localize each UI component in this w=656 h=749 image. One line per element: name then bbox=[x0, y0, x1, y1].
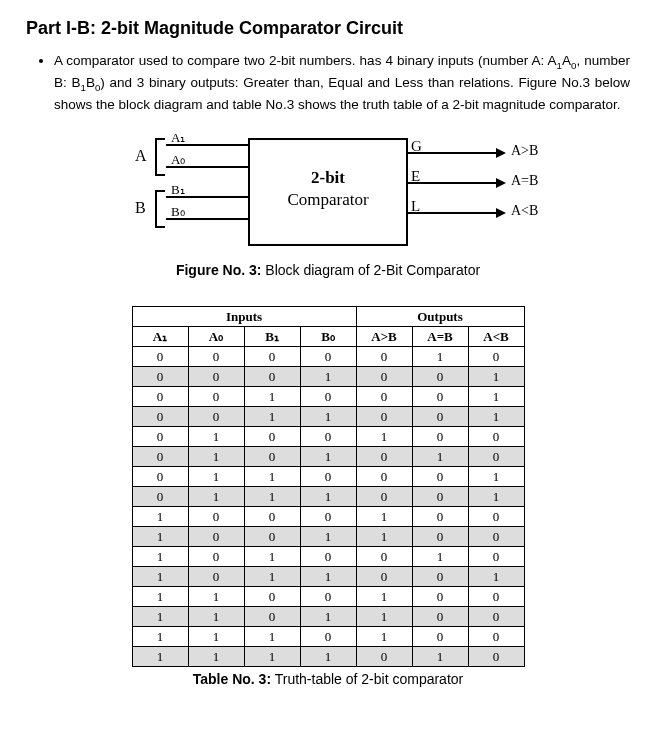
comparator-box: 2-bit Comparator bbox=[248, 138, 408, 246]
wire-a0 bbox=[166, 166, 248, 168]
table-cell: 0 bbox=[412, 507, 468, 527]
table-cell: 1 bbox=[300, 647, 356, 667]
table-cell: 0 bbox=[188, 527, 244, 547]
table-cell: 0 bbox=[132, 387, 188, 407]
table-cell: 0 bbox=[132, 407, 188, 427]
column-header: A=B bbox=[412, 327, 468, 347]
table-cell: 0 bbox=[132, 367, 188, 387]
table-cell: 1 bbox=[132, 627, 188, 647]
table-cell: 0 bbox=[468, 547, 524, 567]
table-cell: 1 bbox=[300, 407, 356, 427]
table-cell: 1 bbox=[244, 627, 300, 647]
table-cell: 0 bbox=[412, 407, 468, 427]
table-cell: 1 bbox=[188, 487, 244, 507]
table-cell: 1 bbox=[132, 507, 188, 527]
table-cell: 0 bbox=[356, 347, 412, 367]
table-cell: 1 bbox=[244, 467, 300, 487]
table-cell: 0 bbox=[300, 627, 356, 647]
table-cell: 0 bbox=[412, 367, 468, 387]
table-cell: 0 bbox=[244, 367, 300, 387]
table-cell: 0 bbox=[300, 427, 356, 447]
table-cell: 1 bbox=[300, 607, 356, 627]
table-cell: 0 bbox=[468, 647, 524, 667]
wire-a1 bbox=[166, 144, 248, 146]
table-cell: 0 bbox=[132, 427, 188, 447]
table-cell: 0 bbox=[356, 567, 412, 587]
table-cell: 0 bbox=[300, 467, 356, 487]
arrow-g-icon bbox=[496, 148, 506, 158]
block-diagram: A B A₁ A₀ B₁ B₀ 2-bit Comparator G E L A… bbox=[26, 132, 630, 296]
table-cell: 0 bbox=[356, 407, 412, 427]
table-cell: 1 bbox=[188, 627, 244, 647]
table-cell: 1 bbox=[132, 567, 188, 587]
table-cell: 0 bbox=[468, 427, 524, 447]
column-header: B₁ bbox=[244, 327, 300, 347]
table-cell: 1 bbox=[468, 387, 524, 407]
table-cell: 0 bbox=[244, 607, 300, 627]
table-cell: 1 bbox=[412, 347, 468, 367]
table-cell: 1 bbox=[188, 607, 244, 627]
table-cell: 1 bbox=[244, 487, 300, 507]
table-cell: 0 bbox=[132, 447, 188, 467]
description-text: A comparator used to compare two 2-bit n… bbox=[54, 51, 630, 114]
table-cell: 0 bbox=[468, 347, 524, 367]
bracket-b bbox=[155, 190, 165, 228]
column-header: A₁ bbox=[132, 327, 188, 347]
table-cell: 0 bbox=[244, 347, 300, 367]
table-cell: 1 bbox=[356, 527, 412, 547]
table-cell: 0 bbox=[300, 507, 356, 527]
table-cell: 0 bbox=[356, 467, 412, 487]
table-cell: 1 bbox=[468, 367, 524, 387]
wire-b1 bbox=[166, 196, 248, 198]
truth-table: Inputs Outputs A₁A₀B₁B₀A>BA=BA<B 0000010… bbox=[132, 306, 525, 667]
table-row: 1001100 bbox=[132, 527, 524, 547]
table-cell: 0 bbox=[244, 507, 300, 527]
arrow-e-icon bbox=[496, 178, 506, 188]
column-header: B₀ bbox=[300, 327, 356, 347]
table-cell: 0 bbox=[356, 487, 412, 507]
column-header: A<B bbox=[468, 327, 524, 347]
table-cell: 0 bbox=[412, 387, 468, 407]
table-cell: 0 bbox=[132, 467, 188, 487]
table-cell: 1 bbox=[132, 527, 188, 547]
table-cell: 0 bbox=[300, 587, 356, 607]
table-cell: 1 bbox=[132, 647, 188, 667]
table-cell: 1 bbox=[356, 507, 412, 527]
table-cell: 0 bbox=[300, 547, 356, 567]
table-row: 0010001 bbox=[132, 387, 524, 407]
table-cell: 1 bbox=[188, 647, 244, 667]
table-cell: 0 bbox=[356, 547, 412, 567]
table-caption-text: Truth-table of 2-bit comparator bbox=[271, 671, 463, 687]
table-cell: 1 bbox=[244, 407, 300, 427]
table-cell: 1 bbox=[300, 567, 356, 587]
column-header: A>B bbox=[356, 327, 412, 347]
table-cell: 1 bbox=[412, 447, 468, 467]
table-cell: 0 bbox=[244, 527, 300, 547]
table-row: 1101100 bbox=[132, 607, 524, 627]
table-cell: 0 bbox=[188, 567, 244, 587]
table-cell: 1 bbox=[132, 547, 188, 567]
table-cell: 0 bbox=[412, 567, 468, 587]
table-cell: 0 bbox=[468, 587, 524, 607]
table-row: 1010010 bbox=[132, 547, 524, 567]
table-cell: 1 bbox=[244, 387, 300, 407]
inputs-header: Inputs bbox=[132, 307, 356, 327]
table-row: 0011001 bbox=[132, 407, 524, 427]
table-cell: 1 bbox=[468, 487, 524, 507]
table-cell: 1 bbox=[188, 587, 244, 607]
table-row: 0101010 bbox=[132, 447, 524, 467]
table-cell: 0 bbox=[356, 647, 412, 667]
table-cell: 1 bbox=[300, 367, 356, 387]
table-row: 1000100 bbox=[132, 507, 524, 527]
diagram-canvas: A B A₁ A₀ B₁ B₀ 2-bit Comparator G E L A… bbox=[113, 132, 543, 252]
table-cell: 0 bbox=[468, 527, 524, 547]
table-cell: 0 bbox=[132, 487, 188, 507]
table-cell: 1 bbox=[356, 427, 412, 447]
table-cell: 1 bbox=[132, 607, 188, 627]
table-cell: 0 bbox=[412, 527, 468, 547]
figure-caption-bold: Figure No. 3: bbox=[176, 262, 262, 278]
table-cell: 0 bbox=[300, 387, 356, 407]
table-cell: 1 bbox=[356, 587, 412, 607]
table-cell: 0 bbox=[468, 607, 524, 627]
table-cell: 0 bbox=[300, 347, 356, 367]
